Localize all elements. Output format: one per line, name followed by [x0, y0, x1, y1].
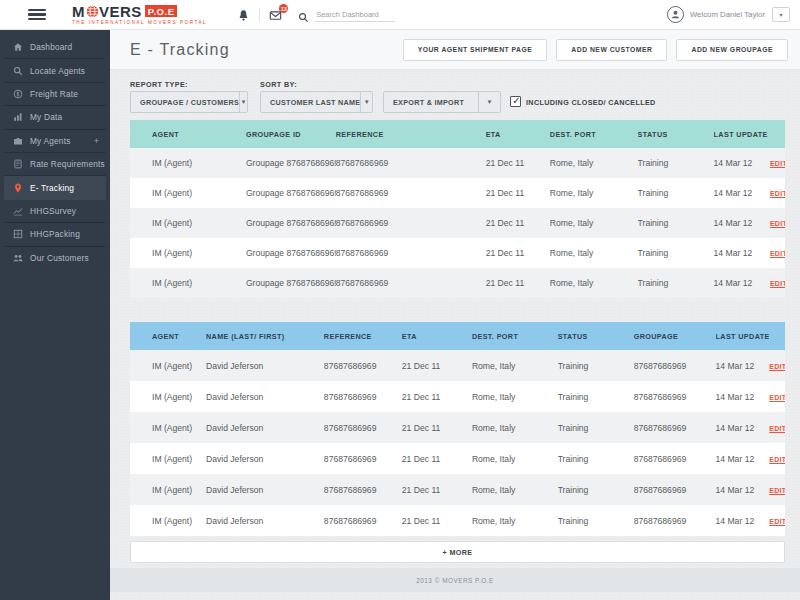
avatar[interactable] [667, 6, 684, 23]
sidebar-item-freight-rate[interactable]: Freight Rate [0, 83, 110, 106]
table-row: IM (Agent)Groupage 876876869698768768696… [130, 238, 785, 268]
sidebar-item-my-agents[interactable]: My Agents+ [0, 130, 110, 153]
table-cell: IM (Agent) [130, 361, 206, 371]
table-cell: IM (Agent) [130, 423, 206, 433]
map-pin-icon [13, 183, 23, 193]
column-header: STATUS [638, 130, 714, 139]
add-new-groupage-button[interactable]: ADD NEW GROUPAGE [676, 39, 788, 61]
table-cell: 87687686969 [336, 278, 486, 288]
edit-link[interactable]: EDIT [769, 518, 785, 525]
sidebar-item-rate-requirements[interactable]: Rate Requirements [0, 153, 110, 176]
sort-primary-select[interactable]: CUSTOMER LAST NAME ▾ [260, 91, 373, 113]
table-cell: 87687686969 [634, 485, 716, 495]
edit-link[interactable]: EDIT [769, 456, 785, 463]
edit-link[interactable]: EDIT [769, 487, 785, 494]
title-bar: E - Tracking YOUR AGENT SHIPMENT PAGEADD… [110, 30, 800, 70]
table-cell: 21 Dec 11 [486, 158, 550, 168]
search-input[interactable] [315, 8, 395, 22]
edit-link[interactable]: EDIT [769, 394, 785, 401]
sidebar-item-locate-agents[interactable]: Locate Agents [0, 59, 110, 82]
customers-table: AGENTNAME (LAST/ FIRST)REFERENCEETADEST.… [130, 322, 785, 536]
sidebar-item-label: HHGPacking [30, 229, 80, 239]
sidebar-item-our-customers[interactable]: Our Customers [0, 247, 110, 270]
hamburger-menu-icon[interactable] [28, 9, 46, 21]
table-cell: 87687686969 [324, 423, 402, 433]
table-row: IM (Agent)David Jeferson8768768696921 De… [130, 505, 785, 536]
table-cell: 14 Mar 12 [714, 248, 770, 258]
sort-secondary-value: EXPORT & IMPORT [384, 98, 478, 107]
table-cell: 21 Dec 11 [486, 218, 550, 228]
table-cell: 87687686969 [336, 188, 486, 198]
package-icon [13, 229, 23, 239]
table-cell: Rome, Italy [472, 516, 558, 526]
sidebar-item-hhgsurvey[interactable]: HHGSurvey [0, 200, 110, 223]
table-row: IM (Agent)David Jeferson8768768696921 De… [130, 350, 785, 381]
briefcase-icon [13, 136, 23, 146]
line-chart-icon [13, 206, 23, 216]
table-cell: Rome, Italy [550, 218, 638, 228]
sidebar-item-dashboard[interactable]: Dashboard [0, 36, 110, 59]
sidebar-item-my-data[interactable]: My Data [0, 106, 110, 129]
table-cell: IM (Agent) [130, 454, 206, 464]
table-cell: Training [558, 454, 634, 464]
sidebar: DashboardLocate AgentsFreight RateMy Dat… [0, 30, 110, 600]
home-icon [13, 42, 23, 52]
brand-name: MVERS [72, 4, 142, 19]
report-type-value: GROUPAGE / CUSTOMERS [131, 98, 239, 107]
edit-link[interactable]: EDIT [770, 190, 785, 197]
table-cell: Training [638, 188, 714, 198]
edit-link[interactable]: EDIT [769, 425, 785, 432]
table-cell: 87687686969 [324, 454, 402, 464]
table-row: IM (Agent)Groupage 876876869698768768696… [130, 178, 785, 208]
table-cell: 87687686969 [336, 218, 486, 228]
page-title: E - Tracking [130, 41, 230, 59]
table-row: IM (Agent)David Jeferson8768768696921 De… [130, 381, 785, 412]
expand-plus-icon[interactable]: + [94, 136, 99, 146]
chevron-down-icon: ▾ [360, 92, 372, 112]
table-cell: IM (Agent) [130, 392, 206, 402]
table-cell: 87687686969 [324, 485, 402, 495]
bell-icon[interactable] [237, 8, 250, 21]
edit-link[interactable]: EDIT [770, 280, 785, 287]
edit-link[interactable]: EDIT [770, 160, 785, 167]
user-menu-chevron-icon[interactable]: ▾ [772, 7, 790, 22]
including-closed-checkbox[interactable] [510, 96, 521, 107]
sidebar-item-e-tracking[interactable]: E- Tracking [0, 176, 110, 199]
footer: 2013 © MOVERS P.O.E [110, 568, 800, 592]
brand-logo[interactable]: MVERS P.O.E THE INTERNATIONAL MOVERS POR… [72, 4, 207, 26]
groupage-table: AGENTGROUPAGE IDREFERENCEETADEST. PORTST… [130, 120, 785, 298]
sort-secondary-select[interactable]: EXPORT & IMPORT ▾ [383, 91, 501, 113]
sidebar-item-label: Dashboard [30, 42, 72, 52]
edit-link[interactable]: EDIT [770, 250, 785, 257]
add-new-customer-button[interactable]: ADD NEW CUSTOMER [556, 39, 667, 61]
table-header-row: AGENTGROUPAGE IDREFERENCEETADEST. PORTST… [130, 120, 785, 148]
table-cell: 21 Dec 11 [486, 188, 550, 198]
chevron-down-icon: ▾ [239, 92, 247, 112]
table-cell: 21 Dec 11 [402, 361, 472, 371]
report-type-select[interactable]: GROUPAGE / CUSTOMERS ▾ [130, 91, 248, 113]
messages-badge: 13 [279, 4, 288, 13]
table-cell: Training [558, 392, 634, 402]
column-header: AGENT [130, 130, 246, 139]
edit-link[interactable]: EDIT [770, 220, 785, 227]
table-cell: Rome, Italy [472, 361, 558, 371]
table-row: IM (Agent)Groupage 876876869698768768696… [130, 148, 785, 178]
messages-icon[interactable]: 13 [269, 8, 282, 21]
sidebar-item-hhgpacking[interactable]: HHGPacking [0, 223, 110, 246]
column-header: STATUS [558, 332, 634, 341]
table-cell: David Jeferson [206, 454, 324, 464]
table-cell: 21 Dec 11 [402, 454, 472, 464]
table-cell: IM (Agent) [130, 278, 246, 288]
more-button[interactable]: + MORE [130, 541, 785, 563]
table-cell: 21 Dec 11 [402, 485, 472, 495]
edit-link[interactable]: EDIT [769, 363, 785, 370]
table-cell: Rome, Italy [550, 158, 638, 168]
brand-tagline: THE INTERNATIONAL MOVERS PORTAL [72, 21, 207, 26]
including-closed-label: INCLUDING CLOSED/ CANCELLED [526, 98, 656, 107]
your-agent-shipment-page-button[interactable]: YOUR AGENT SHIPMENT PAGE [403, 39, 548, 61]
table-row: IM (Agent)Groupage 876876869698768768696… [130, 208, 785, 238]
table-cell: Rome, Italy [472, 454, 558, 464]
table-cell: Rome, Italy [472, 392, 558, 402]
table-cell: 87687686969 [324, 392, 402, 402]
brand-poe-box: P.O.E [145, 5, 178, 17]
